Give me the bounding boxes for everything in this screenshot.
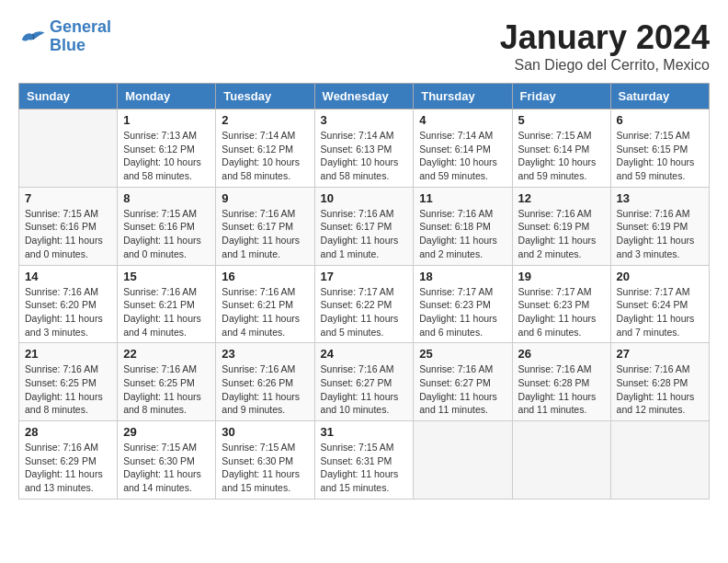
day-info: Sunrise: 7:16 AMSunset: 6:19 PMDaylight:… <box>518 207 605 261</box>
calendar-day-header: Thursday <box>414 84 512 109</box>
day-info: Sunrise: 7:16 AMSunset: 6:27 PMDaylight:… <box>419 362 506 417</box>
day-info: Sunrise: 7:16 AMSunset: 6:21 PMDaylight:… <box>222 285 308 339</box>
day-number: 15 <box>123 270 210 283</box>
day-info: Sunrise: 7:15 AMSunset: 6:30 PMDaylight:… <box>123 441 210 495</box>
calendar-cell: 8Sunrise: 7:15 AMSunset: 6:16 PMDaylight… <box>118 187 216 265</box>
day-info: Sunrise: 7:16 AMSunset: 6:29 PMDaylight:… <box>25 441 111 495</box>
location: San Diego del Cerrito, Mexico <box>500 57 710 74</box>
day-info: Sunrise: 7:14 AMSunset: 6:13 PMDaylight:… <box>321 129 408 183</box>
calendar-cell: 20Sunrise: 7:17 AMSunset: 6:24 PMDayligh… <box>610 265 709 343</box>
day-number: 5 <box>518 113 605 127</box>
day-number: 25 <box>419 347 506 361</box>
day-number: 23 <box>222 347 308 361</box>
calendar-cell: 29Sunrise: 7:15 AMSunset: 6:30 PMDayligh… <box>118 421 216 500</box>
day-info: Sunrise: 7:16 AMSunset: 6:21 PMDaylight:… <box>123 285 210 339</box>
day-info: Sunrise: 7:16 AMSunset: 6:27 PMDaylight:… <box>321 362 408 417</box>
day-info: Sunrise: 7:17 AMSunset: 6:24 PMDaylight:… <box>617 285 703 339</box>
calendar-day-header: Wednesday <box>314 84 414 109</box>
calendar-cell: 7Sunrise: 7:15 AMSunset: 6:16 PMDaylight… <box>19 187 118 265</box>
day-info: Sunrise: 7:15 AMSunset: 6:16 PMDaylight:… <box>25 207 111 261</box>
day-info: Sunrise: 7:15 AMSunset: 6:14 PMDaylight:… <box>518 129 605 183</box>
calendar-table: SundayMondayTuesdayWednesdayThursdayFrid… <box>18 83 710 500</box>
day-number: 29 <box>123 425 210 439</box>
calendar-cell: 6Sunrise: 7:15 AMSunset: 6:15 PMDaylight… <box>610 109 709 188</box>
day-number: 4 <box>419 113 506 127</box>
day-number: 7 <box>25 191 111 205</box>
day-number: 10 <box>321 191 408 205</box>
day-number: 20 <box>617 270 703 283</box>
calendar-cell: 15Sunrise: 7:16 AMSunset: 6:21 PMDayligh… <box>118 265 216 343</box>
calendar-cell <box>610 421 709 500</box>
logo-bird-icon <box>18 26 46 48</box>
calendar-cell: 13Sunrise: 7:16 AMSunset: 6:19 PMDayligh… <box>610 187 709 265</box>
calendar-cell: 2Sunrise: 7:14 AMSunset: 6:12 PMDaylight… <box>216 109 314 188</box>
calendar-body: 1Sunrise: 7:13 AMSunset: 6:12 PMDaylight… <box>19 109 710 500</box>
day-number: 3 <box>321 113 408 127</box>
day-number: 2 <box>222 113 308 127</box>
day-info: Sunrise: 7:16 AMSunset: 6:19 PMDaylight:… <box>617 207 703 261</box>
calendar-cell: 28Sunrise: 7:16 AMSunset: 6:29 PMDayligh… <box>19 421 118 500</box>
calendar-cell: 16Sunrise: 7:16 AMSunset: 6:21 PMDayligh… <box>216 265 314 343</box>
calendar-cell: 10Sunrise: 7:16 AMSunset: 6:17 PMDayligh… <box>314 187 414 265</box>
calendar-day-header: Friday <box>512 84 610 109</box>
page-header: General Blue January 2024 San Diego del … <box>18 18 710 74</box>
day-info: Sunrise: 7:16 AMSunset: 6:17 PMDaylight:… <box>321 207 408 261</box>
day-number: 30 <box>222 425 308 439</box>
day-info: Sunrise: 7:16 AMSunset: 6:17 PMDaylight:… <box>222 207 308 261</box>
calendar-cell: 17Sunrise: 7:17 AMSunset: 6:22 PMDayligh… <box>314 265 414 343</box>
day-info: Sunrise: 7:14 AMSunset: 6:14 PMDaylight:… <box>419 129 506 183</box>
calendar-cell: 12Sunrise: 7:16 AMSunset: 6:19 PMDayligh… <box>512 187 610 265</box>
calendar-cell: 22Sunrise: 7:16 AMSunset: 6:25 PMDayligh… <box>118 343 216 421</box>
day-info: Sunrise: 7:15 AMSunset: 6:31 PMDaylight:… <box>321 441 408 495</box>
day-number: 17 <box>321 270 408 283</box>
day-number: 6 <box>617 113 703 127</box>
calendar-cell <box>512 421 610 500</box>
day-info: Sunrise: 7:13 AMSunset: 6:12 PMDaylight:… <box>123 129 210 183</box>
day-number: 27 <box>617 347 703 361</box>
calendar-cell: 5Sunrise: 7:15 AMSunset: 6:14 PMDaylight… <box>512 109 610 188</box>
day-info: Sunrise: 7:15 AMSunset: 6:15 PMDaylight:… <box>617 129 703 183</box>
calendar-cell: 18Sunrise: 7:17 AMSunset: 6:23 PMDayligh… <box>414 265 512 343</box>
month-title: January 2024 <box>500 18 710 57</box>
title-block: January 2024 San Diego del Cerrito, Mexi… <box>500 18 710 74</box>
day-number: 18 <box>419 270 506 283</box>
calendar-cell: 24Sunrise: 7:16 AMSunset: 6:27 PMDayligh… <box>314 343 414 421</box>
calendar-day-header: Tuesday <box>216 84 314 109</box>
day-info: Sunrise: 7:17 AMSunset: 6:23 PMDaylight:… <box>518 285 605 339</box>
calendar-cell: 21Sunrise: 7:16 AMSunset: 6:25 PMDayligh… <box>19 343 118 421</box>
calendar-day-header: Sunday <box>19 84 118 109</box>
calendar-cell: 19Sunrise: 7:17 AMSunset: 6:23 PMDayligh… <box>512 265 610 343</box>
calendar-cell: 31Sunrise: 7:15 AMSunset: 6:31 PMDayligh… <box>314 421 414 500</box>
day-info: Sunrise: 7:16 AMSunset: 6:25 PMDaylight:… <box>25 362 111 417</box>
day-info: Sunrise: 7:14 AMSunset: 6:12 PMDaylight:… <box>222 129 308 183</box>
calendar-cell: 23Sunrise: 7:16 AMSunset: 6:26 PMDayligh… <box>216 343 314 421</box>
day-number: 22 <box>123 347 210 361</box>
day-number: 21 <box>25 347 111 361</box>
day-number: 11 <box>419 191 506 205</box>
calendar-week-row: 14Sunrise: 7:16 AMSunset: 6:20 PMDayligh… <box>19 265 710 343</box>
calendar-cell: 26Sunrise: 7:16 AMSunset: 6:28 PMDayligh… <box>512 343 610 421</box>
calendar-header-row: SundayMondayTuesdayWednesdayThursdayFrid… <box>19 84 710 109</box>
calendar-week-row: 21Sunrise: 7:16 AMSunset: 6:25 PMDayligh… <box>19 343 710 421</box>
calendar-cell: 3Sunrise: 7:14 AMSunset: 6:13 PMDaylight… <box>314 109 414 188</box>
calendar-day-header: Saturday <box>610 84 709 109</box>
day-info: Sunrise: 7:16 AMSunset: 6:28 PMDaylight:… <box>518 362 605 417</box>
calendar-cell: 9Sunrise: 7:16 AMSunset: 6:17 PMDaylight… <box>216 187 314 265</box>
day-number: 19 <box>518 270 605 283</box>
day-number: 24 <box>321 347 408 361</box>
calendar-cell: 14Sunrise: 7:16 AMSunset: 6:20 PMDayligh… <box>19 265 118 343</box>
calendar-cell: 1Sunrise: 7:13 AMSunset: 6:12 PMDaylight… <box>118 109 216 188</box>
calendar-cell: 11Sunrise: 7:16 AMSunset: 6:18 PMDayligh… <box>414 187 512 265</box>
calendar-week-row: 28Sunrise: 7:16 AMSunset: 6:29 PMDayligh… <box>19 421 710 500</box>
day-info: Sunrise: 7:16 AMSunset: 6:26 PMDaylight:… <box>222 362 308 417</box>
day-number: 13 <box>617 191 703 205</box>
calendar-cell <box>19 109 118 188</box>
logo: General Blue <box>18 18 111 55</box>
calendar-cell: 25Sunrise: 7:16 AMSunset: 6:27 PMDayligh… <box>414 343 512 421</box>
day-number: 16 <box>222 270 308 283</box>
day-info: Sunrise: 7:16 AMSunset: 6:28 PMDaylight:… <box>617 362 703 417</box>
day-number: 14 <box>25 270 111 283</box>
day-info: Sunrise: 7:17 AMSunset: 6:23 PMDaylight:… <box>419 285 506 339</box>
day-info: Sunrise: 7:16 AMSunset: 6:18 PMDaylight:… <box>419 207 506 261</box>
calendar-week-row: 7Sunrise: 7:15 AMSunset: 6:16 PMDaylight… <box>19 187 710 265</box>
